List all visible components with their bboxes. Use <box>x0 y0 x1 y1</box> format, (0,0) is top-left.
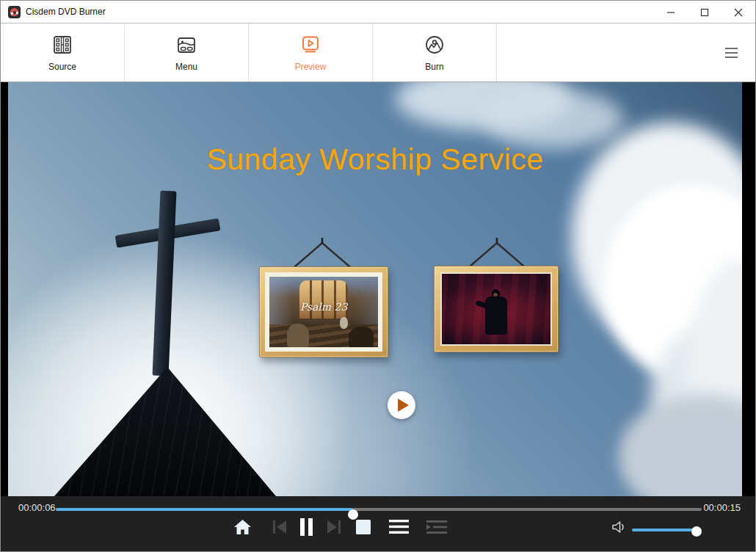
film-strip-icon <box>51 33 74 57</box>
tab-source[interactable]: Source <box>1 23 125 81</box>
play-button[interactable] <box>388 391 415 419</box>
volume-button[interactable] <box>611 520 626 534</box>
chapter-list-icon <box>426 520 447 534</box>
pause-button[interactable] <box>299 518 314 536</box>
home-icon <box>233 518 252 536</box>
window-controls <box>654 1 755 23</box>
hamburger-icon <box>725 48 738 49</box>
volume-level <box>632 529 697 531</box>
next-icon <box>326 520 342 534</box>
thumbnail-1-image: Psalm 23 <box>269 277 378 347</box>
title-menu-button[interactable] <box>389 520 409 534</box>
current-time: 00:00:06 <box>18 502 56 513</box>
close-icon <box>734 8 743 17</box>
chapter-list-button[interactable] <box>426 520 447 534</box>
app-window: Cisdem DVD Burner <box>0 0 756 552</box>
tab-source-label: Source <box>48 62 76 72</box>
video-preview-area: Sunday Worship Service <box>1 82 755 496</box>
title-bar: Cisdem DVD Burner <box>1 1 755 23</box>
speaker-icon <box>611 520 626 534</box>
previous-icon <box>272 520 288 534</box>
home-button[interactable] <box>233 518 252 536</box>
volume-thumb[interactable] <box>691 526 702 537</box>
video-thumbnail-1[interactable]: Psalm 23 <box>259 266 388 357</box>
seek-progress <box>56 508 353 511</box>
app-icon <box>8 6 21 18</box>
previous-button[interactable] <box>272 520 288 534</box>
dvd-menu-scene: Sunday Worship Service <box>8 82 742 496</box>
playback-controls: 00:00:06 00:00:15 <box>1 496 755 552</box>
preacher-silhouette <box>485 297 507 335</box>
menu-list-icon <box>389 520 409 534</box>
tab-preview[interactable]: Preview <box>249 23 373 81</box>
maximize-icon <box>700 8 709 17</box>
seek-slider[interactable] <box>56 505 702 514</box>
more-menu-button[interactable] <box>725 48 738 58</box>
stop-button[interactable] <box>356 520 371 534</box>
volume-slider[interactable] <box>632 526 702 534</box>
tab-burn-label: Burn <box>425 62 443 72</box>
tab-menu[interactable]: Menu <box>125 23 249 81</box>
dvd-disc-icon <box>10 8 18 16</box>
minimize-icon <box>666 8 675 17</box>
tab-preview-label: Preview <box>295 62 327 72</box>
tab-menu-label: Menu <box>175 62 197 72</box>
thumbnail-mat: Psalm 23 <box>265 272 382 352</box>
menu-template-icon <box>175 33 198 57</box>
maximize-button[interactable] <box>688 1 722 23</box>
tab-burn[interactable]: Burn <box>373 23 497 81</box>
thumbnail-1-title-text: Psalm 23 <box>269 301 378 313</box>
close-button[interactable] <box>722 1 755 23</box>
toolbar: Source Menu Preview <box>1 23 755 82</box>
burn-disc-icon <box>423 33 446 57</box>
thumbnail-2-image <box>440 272 552 346</box>
pause-icon <box>299 518 314 536</box>
seek-thumb[interactable] <box>348 509 358 520</box>
window-title: Cisdem DVD Burner <box>26 1 106 23</box>
video-thumbnail-2[interactable] <box>434 266 559 352</box>
total-time: 00:00:15 <box>703 502 741 513</box>
stop-icon <box>356 520 371 534</box>
preview-player-icon <box>299 33 322 57</box>
play-icon <box>398 399 409 412</box>
minimize-button[interactable] <box>654 1 688 23</box>
next-button[interactable] <box>326 520 342 534</box>
